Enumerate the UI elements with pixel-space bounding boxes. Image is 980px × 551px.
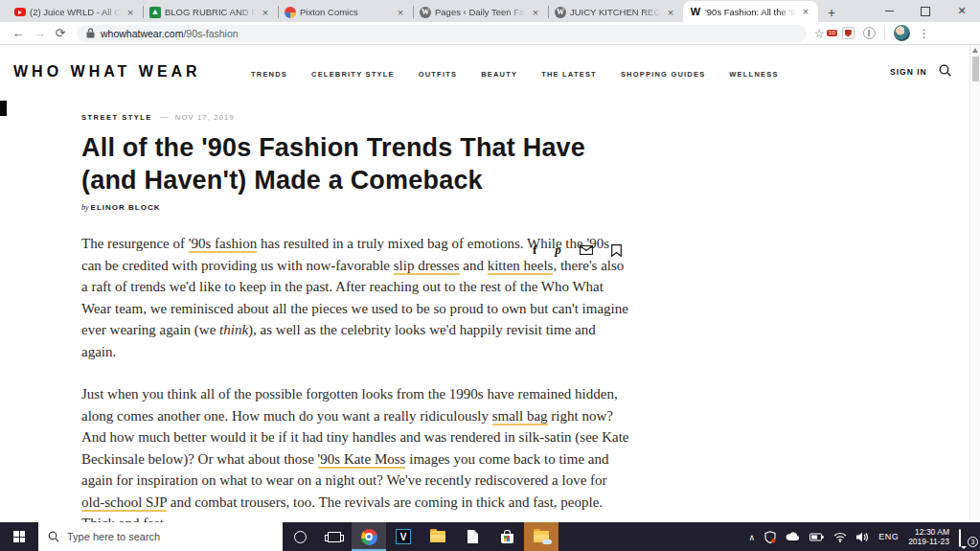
taskbar-vsdc-button[interactable]: V bbox=[386, 522, 421, 551]
window-close-button[interactable]: ✕ bbox=[944, 0, 980, 22]
article-link[interactable]: '90s Kate Moss bbox=[318, 451, 406, 469]
eyebrow-separator: — bbox=[160, 112, 168, 122]
tab-pixton[interactable]: Pixton Comics × bbox=[278, 2, 413, 22]
url-path: /90s-fashion bbox=[183, 28, 238, 39]
notification-count-badge: 3 bbox=[968, 537, 978, 547]
task-view-button[interactable] bbox=[317, 522, 352, 551]
tab-title: BLOG RUBRIC AND PRO bbox=[165, 7, 256, 17]
article-link[interactable]: '90s fashion bbox=[189, 236, 257, 253]
bookmark-save-icon[interactable] bbox=[611, 244, 622, 257]
chrome-icon bbox=[361, 529, 377, 545]
nav-item-the-latest[interactable]: THE LATEST bbox=[541, 70, 597, 79]
url-domain: whowhatwear.com bbox=[101, 28, 183, 39]
page-scrollbar[interactable] bbox=[969, 45, 980, 522]
wifi-icon[interactable] bbox=[833, 532, 847, 542]
taskbar-chrome-button[interactable] bbox=[352, 522, 386, 551]
new-tab-button[interactable]: + bbox=[820, 3, 843, 22]
nav-item-shopping-guides[interactable]: SHOPPING GUIDES bbox=[621, 70, 705, 79]
forward-button[interactable]: → bbox=[29, 26, 50, 40]
category-link[interactable]: STREET STYLE bbox=[81, 113, 152, 122]
cortana-button[interactable] bbox=[283, 522, 317, 551]
nav-item-trends[interactable]: TRENDS bbox=[251, 70, 287, 79]
volume-icon[interactable] bbox=[856, 532, 869, 542]
share-bar: f p bbox=[533, 242, 622, 258]
tab-whowhatwear-active[interactable]: W '90s Fashion: All the '90 × bbox=[683, 1, 818, 22]
url-text: whowhatwear.com/90s-fashion bbox=[101, 28, 239, 39]
site-logo[interactable]: WHO WHAT WEAR bbox=[13, 63, 201, 80]
tab-classroom[interactable]: BLOG RUBRIC AND PRO × bbox=[143, 2, 278, 22]
cortana-icon bbox=[294, 531, 307, 543]
facebook-share-icon[interactable]: f bbox=[533, 242, 536, 258]
lock-icon bbox=[86, 28, 95, 38]
tab-close-icon[interactable]: × bbox=[260, 7, 271, 18]
article: STREET STYLE — NOV 17, 2019 All of the '… bbox=[81, 112, 632, 522]
sign-in-button[interactable]: SIGN IN bbox=[890, 67, 927, 77]
nav-item-outfits[interactable]: OUTFITS bbox=[419, 70, 457, 79]
tab-wordpress-recipes[interactable]: W JUICY KITCHEN RECIPES × bbox=[548, 2, 683, 22]
chrome-menu-icon[interactable]: ⋮ bbox=[919, 27, 930, 40]
email-share-icon[interactable] bbox=[580, 245, 593, 255]
wordpress-favicon: W bbox=[555, 7, 566, 18]
language-indicator[interactable]: ENG bbox=[878, 532, 899, 541]
extension-badge: 10 bbox=[827, 30, 837, 36]
window-maximize-button[interactable] bbox=[907, 0, 944, 22]
article-link[interactable]: slip dresses bbox=[394, 258, 460, 275]
tab-close-icon[interactable]: × bbox=[125, 7, 136, 18]
battery-icon[interactable] bbox=[809, 533, 824, 541]
article-link[interactable]: kitten heels bbox=[488, 258, 554, 275]
tab-close-icon[interactable]: × bbox=[530, 7, 541, 18]
tab-youtube[interactable]: (2) Juice WRLD - All Gir × bbox=[8, 2, 143, 22]
article-paragraph: Just when you think all of the possible … bbox=[81, 383, 632, 522]
article-title-line1: All of the '90s Fashion Trends That Have bbox=[81, 131, 632, 164]
microsoft-store-icon bbox=[501, 534, 513, 543]
classroom-favicon bbox=[149, 7, 161, 18]
extension-icon-gray[interactable] bbox=[863, 27, 876, 39]
action-center-button[interactable]: 3 bbox=[959, 530, 974, 543]
taskbar-date: 2019-11-23 bbox=[908, 537, 949, 546]
file-explorer-icon bbox=[430, 531, 445, 542]
start-button[interactable] bbox=[0, 522, 38, 551]
reload-button[interactable]: ⟳ bbox=[50, 26, 71, 40]
profile-avatar[interactable] bbox=[894, 25, 910, 41]
taskbar-search-icon bbox=[48, 531, 59, 542]
taskbar-time: 12:30 AM bbox=[908, 527, 949, 537]
article-title: All of the '90s Fashion Trends That Have… bbox=[81, 131, 632, 196]
tab-wordpress-pages[interactable]: W Pages ‹ Daily Teen Fash × bbox=[413, 2, 548, 22]
bookmark-star-icon[interactable]: ☆ bbox=[814, 27, 825, 40]
browser-tab-bar: (2) Juice WRLD - All Gir × BLOG RUBRIC A… bbox=[0, 0, 980, 22]
window-minimize-button[interactable] bbox=[871, 0, 907, 22]
tab-close-icon[interactable]: × bbox=[395, 7, 406, 18]
taskbar-file-explorer-button[interactable] bbox=[421, 522, 455, 551]
page-content: WHO WHAT WEAR TRENDS CELEBRITY STYLE OUT… bbox=[0, 45, 980, 522]
byline-author[interactable]: ELINOR BLOCK bbox=[91, 203, 161, 212]
defender-shield-icon[interactable] bbox=[764, 531, 776, 543]
nav-item-celebrity-style[interactable]: CELEBRITY STYLE bbox=[311, 70, 395, 79]
wordpress-favicon: W bbox=[420, 7, 431, 18]
scrollbar-up-arrow[interactable] bbox=[972, 48, 978, 53]
back-button[interactable]: ← bbox=[8, 26, 29, 40]
article-link[interactable]: old-school SJP bbox=[81, 494, 167, 512]
search-icon[interactable] bbox=[939, 64, 951, 77]
scrollbar-thumb[interactable] bbox=[972, 57, 979, 81]
pixton-favicon bbox=[285, 7, 296, 18]
document-icon bbox=[467, 530, 478, 543]
article-link[interactable]: small bag bbox=[492, 408, 548, 425]
whowhatwear-favicon: W bbox=[690, 6, 701, 17]
notification-icon bbox=[959, 529, 961, 547]
taskbar-document-button[interactable] bbox=[455, 522, 490, 551]
youtube-favicon bbox=[14, 8, 26, 16]
tab-close-icon[interactable]: × bbox=[665, 7, 676, 18]
tray-expand-chevron-icon[interactable]: ∧ bbox=[749, 533, 756, 542]
nav-item-beauty[interactable]: BEAUTY bbox=[481, 70, 517, 79]
pinterest-share-icon[interactable]: p bbox=[555, 242, 561, 258]
taskbar-store-button[interactable] bbox=[490, 522, 524, 551]
onedrive-cloud-icon[interactable] bbox=[786, 532, 800, 541]
extension-icon-shield[interactable] bbox=[842, 27, 855, 39]
nav-item-wellness[interactable]: WELLNESS bbox=[729, 70, 778, 79]
taskbar-onedrive-folder-button[interactable] bbox=[524, 522, 558, 551]
tab-close-icon[interactable]: × bbox=[800, 6, 811, 17]
scroll-progress-indicator bbox=[0, 101, 7, 116]
taskbar-search-box[interactable]: Type here to search bbox=[38, 522, 283, 551]
address-bar[interactable]: whowhatwear.com/90s-fashion bbox=[77, 25, 807, 42]
taskbar-clock[interactable]: 12:30 AM 2019-11-23 bbox=[908, 527, 949, 546]
